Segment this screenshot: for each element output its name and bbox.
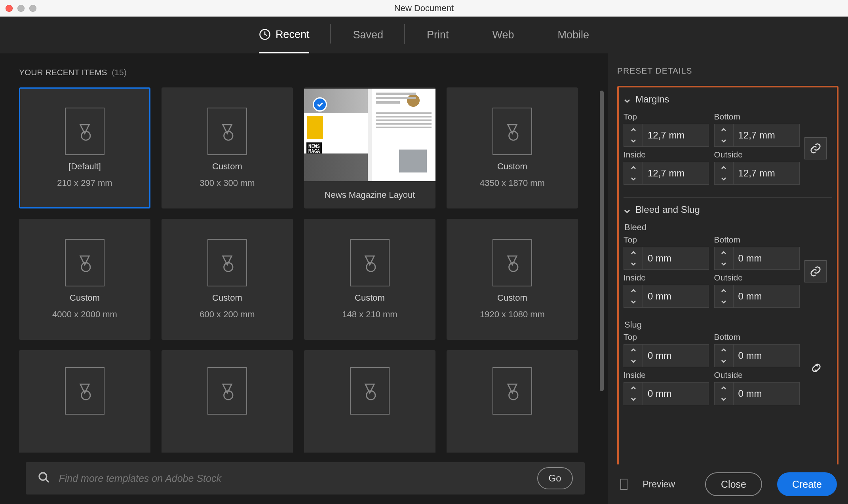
tab-mobile[interactable]: Mobile [558,17,589,53]
margins-section-toggle[interactable]: Margins [624,94,832,105]
preset-card[interactable] [162,350,293,453]
slug-outside-label: Outside [714,370,801,380]
preset-name: Custom [212,161,242,172]
page-icon [65,367,105,415]
preset-card-template[interactable]: NEWSMAGAZINE [304,87,435,208]
preset-card[interactable]: Custom 148 x 210 mm [304,219,435,340]
slug-bottom-input[interactable] [714,344,801,367]
slug-top-input[interactable] [624,344,710,367]
step-down-icon[interactable] [624,258,643,269]
tab-recent[interactable]: Recent [259,17,310,53]
bleed-bottom-label: Bottom [714,235,801,244]
step-up-icon[interactable] [715,285,733,296]
svg-point-9 [224,391,233,400]
margin-top-input[interactable] [624,124,710,147]
preset-card[interactable]: Custom 600 x 200 mm [162,219,293,340]
close-button[interactable]: Close [705,472,762,496]
preset-dim: 1920 x 1080 mm [480,309,545,320]
step-down-icon[interactable] [624,135,643,146]
svg-point-10 [367,391,375,400]
step-up-icon[interactable] [624,285,643,296]
step-down-icon[interactable] [624,173,643,184]
step-down-icon[interactable] [624,394,643,405]
bleed-bottom-field[interactable] [733,247,800,270]
preset-card[interactable] [304,350,435,453]
bleed-slug-section-toggle[interactable]: Bleed and Slug [624,204,832,215]
margin-inside-field[interactable] [643,162,709,185]
margins-link-toggle[interactable] [804,137,827,159]
tab-recent-label: Recent [276,28,310,41]
section-title-text: YOUR RECENT ITEMS [19,68,107,77]
tab-web[interactable]: Web [492,17,514,53]
margin-top-field[interactable] [643,124,709,147]
bleed-bottom-input[interactable] [714,247,801,270]
grid-scrollbar[interactable] [600,91,604,391]
window-maximize-button[interactable] [29,5,36,12]
slug-outside-field[interactable] [733,382,800,405]
preset-card[interactable]: Custom 300 x 300 mm [162,87,293,208]
step-up-icon[interactable] [715,124,733,135]
slug-bottom-label: Bottom [714,332,801,342]
preview-checkbox[interactable] [620,479,627,490]
step-down-icon[interactable] [715,394,733,405]
bleed-top-field[interactable] [643,247,709,270]
margin-bottom-field[interactable] [733,124,800,147]
step-up-icon[interactable] [624,247,643,258]
step-down-icon[interactable] [715,135,733,146]
step-down-icon[interactable] [715,258,733,269]
preset-details-title: PRESET DETAILS [617,66,838,76]
window-minimize-button[interactable] [17,5,25,12]
bleed-top-input[interactable] [624,247,710,270]
step-down-icon[interactable] [624,296,643,307]
step-up-icon[interactable] [624,124,643,135]
tab-saved[interactable]: Saved [353,17,383,53]
titlebar: New Document [0,0,848,17]
step-up-icon[interactable] [624,345,643,356]
clock-icon [259,28,271,40]
bleed-inside-input[interactable] [624,285,710,308]
step-down-icon[interactable] [715,296,733,307]
preset-card[interactable]: [Default] 210 x 297 mm [19,87,150,208]
step-down-icon[interactable] [624,356,643,367]
preset-card[interactable] [19,350,150,453]
stock-search-input[interactable] [59,473,537,484]
step-down-icon[interactable] [715,173,733,184]
step-up-icon[interactable] [624,162,643,173]
create-button[interactable]: Create [777,472,837,496]
slug-inside-field[interactable] [643,382,709,405]
step-up-icon[interactable] [715,162,733,173]
slug-top-field[interactable] [643,344,709,367]
step-up-icon[interactable] [624,383,643,394]
bleed-outside-input[interactable] [714,285,801,308]
svg-point-12 [39,473,47,480]
tab-print[interactable]: Print [427,17,449,53]
preset-card[interactable]: Custom 1920 x 1080 mm [447,219,578,340]
preset-card[interactable] [447,350,578,453]
margin-inside-input[interactable] [624,162,710,185]
go-button[interactable]: Go [537,467,573,489]
preset-card[interactable]: Custom 4000 x 2000 mm [19,219,150,340]
step-up-icon[interactable] [715,345,733,356]
preset-dim: 300 x 300 mm [200,178,255,188]
tab-mobile-label: Mobile [558,29,589,41]
bleed-link-toggle[interactable] [804,260,827,282]
preset-card[interactable]: Custom 4350 x 1870 mm [447,87,578,208]
slug-link-toggle[interactable] [804,358,827,380]
step-down-icon[interactable] [715,356,733,367]
preset-name: Custom [497,161,527,172]
bleed-inside-field[interactable] [643,285,709,308]
step-up-icon[interactable] [715,383,733,394]
bleed-outside-field[interactable] [733,285,800,308]
window-close-button[interactable] [6,5,13,12]
slug-inside-input[interactable] [624,382,710,405]
bleed-top-label: Top [624,235,710,244]
margin-outside-input[interactable] [714,162,801,185]
step-up-icon[interactable] [715,247,733,258]
slug-outside-input[interactable] [714,382,801,405]
page-icon [492,108,532,155]
margin-outside-field[interactable] [733,162,800,185]
margin-bottom-input[interactable] [714,124,801,147]
slug-bottom-field[interactable] [733,344,800,367]
page-icon [492,367,532,415]
page-icon [492,239,532,286]
